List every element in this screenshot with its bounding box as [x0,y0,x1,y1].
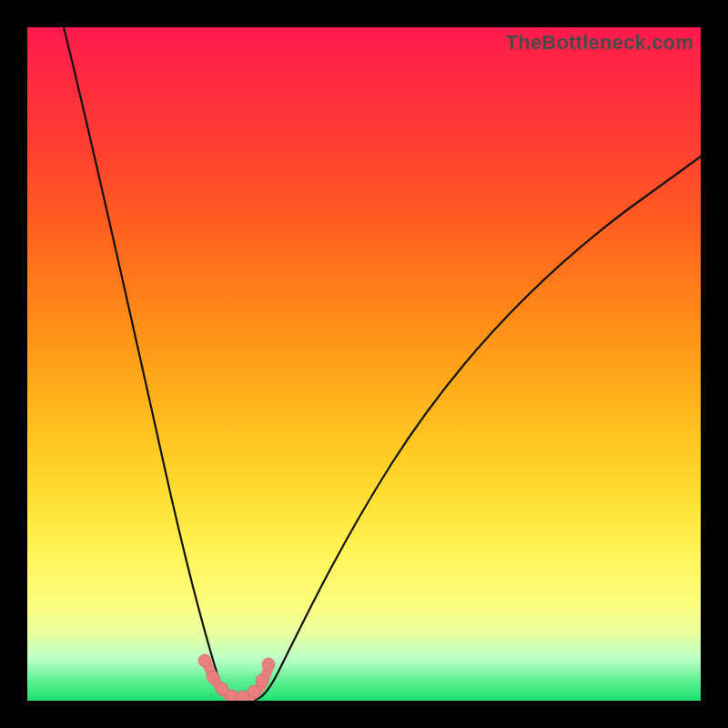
plot-area: TheBottleneck.com [27,27,701,701]
valley-dot [198,654,211,667]
bottleneck-curve [27,27,701,701]
curve-left-branch [64,27,237,700]
valley-dot [256,674,268,687]
watermark-text: TheBottleneck.com [506,31,693,55]
curve-right-branch [255,157,701,700]
valley-dot [207,671,219,683]
chart-stage: TheBottleneck.com [0,0,728,728]
valley-dot [262,658,275,671]
valley-dot [226,690,238,701]
valley-dot [248,685,260,698]
